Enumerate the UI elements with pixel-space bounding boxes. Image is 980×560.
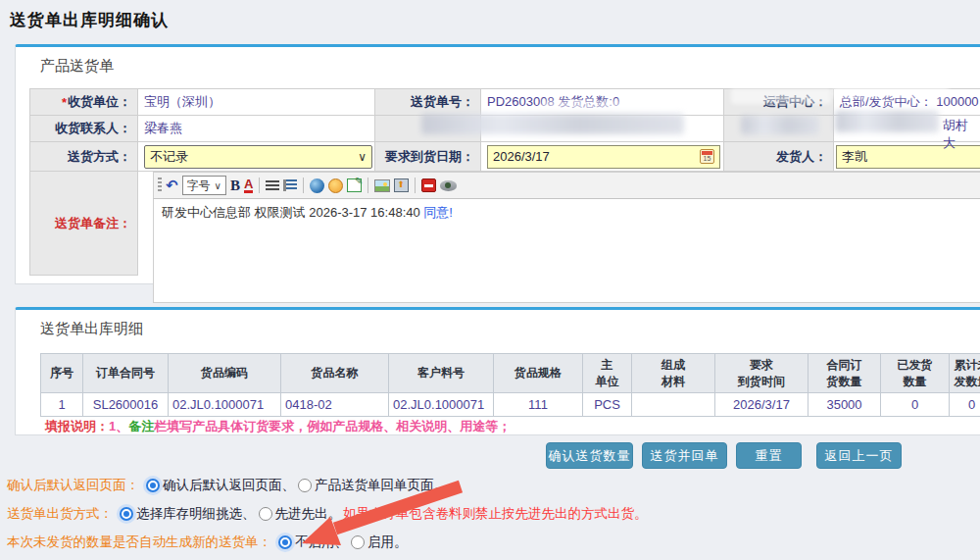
ship-method-select[interactable]: 不记录 ∨	[144, 145, 372, 169]
option-line-return-page: 确认后默认返回页面： 确认后默认返回页面、 产品送货单回单页面。	[7, 476, 447, 495]
receiver-label: * 收货单位：	[29, 88, 138, 116]
cell-material	[632, 393, 715, 417]
col-header: 要求 到货时间	[715, 354, 808, 393]
required-asterisk: *	[62, 95, 67, 110]
fill-instruction-note: 填报说明：1、备注栏填写产品具体订货要求，例如产品规格、相关说明、用途等；	[45, 418, 511, 435]
row2-value-blurred	[480, 115, 724, 142]
delivery-no-label: 送货单号：	[374, 88, 481, 116]
back-button[interactable]: 返回上一页	[816, 442, 902, 469]
preview-eye-icon[interactable]	[440, 180, 457, 191]
align-icon[interactable]	[266, 180, 279, 191]
toolbar-separator	[259, 178, 260, 193]
radio-label[interactable]: 不启用、	[295, 534, 348, 551]
cell-item-code: 02.JL0.1000071	[169, 393, 281, 417]
product-panel-header: 产品送货单	[40, 57, 114, 76]
font-size-select[interactable]: 字号	[182, 176, 226, 195]
bold-icon[interactable]	[230, 177, 240, 194]
toolbar-separator	[368, 178, 368, 193]
radio-fifo[interactable]	[259, 507, 272, 521]
detail-panel-header: 送货单出库明细	[40, 320, 143, 338]
cell-req-date: 2026/3/17	[715, 393, 808, 417]
globe-icon[interactable]	[310, 178, 324, 193]
delivery-no-value: PD2603008 发货总数:0	[480, 88, 724, 116]
edit-form-icon[interactable]	[347, 178, 362, 192]
remark-label: 送货单备注：	[29, 171, 138, 276]
contact-value: 梁春燕	[137, 115, 375, 142]
req-date-cell: 2026/3/17	[480, 141, 724, 172]
reset-button[interactable]: 重置	[736, 442, 802, 469]
op-center-label: 运营中心：	[723, 88, 834, 116]
insert-image-icon[interactable]	[374, 179, 390, 192]
radio-pick-inventory[interactable]	[120, 507, 133, 521]
option-label: 本次未发货的数量是否自动生成新的送货单：	[7, 534, 271, 551]
row2-label-blurred	[374, 115, 481, 142]
address-fragment: 胡村大	[943, 117, 980, 152]
radio-label[interactable]: 产品送货单回单页面。	[315, 477, 447, 494]
col-header: 货品编码	[169, 354, 281, 393]
col-header: 序号	[41, 354, 83, 393]
cell-spec: 111	[494, 393, 583, 417]
cell-customer-part-no: 02.JL0.1000071	[389, 393, 494, 417]
shipper-label: 发货人：	[723, 141, 834, 172]
col-header: 主 单位	[583, 354, 632, 393]
radio-label[interactable]: 确认后默认返回页面、	[163, 477, 295, 494]
chevron-down-icon: ∨	[358, 150, 367, 164]
remark-editor-body[interactable]: 研发中心信息部 权限测试 2026-3-17 16:48:40 同意!	[153, 199, 980, 303]
col-header: 组成 材料	[632, 354, 715, 393]
cell-seq: 1	[41, 393, 83, 417]
remark-agree-link[interactable]: 同意!	[423, 205, 453, 220]
fifo-warning-text: 如果本订单包含卷料则禁止按先进先出的方式出货。	[343, 505, 648, 523]
page-title: 送货单出库明细确认	[10, 9, 169, 31]
confirm-qty-button[interactable]: 确认送货数量	[546, 442, 633, 469]
col-header: 订单合同号	[83, 354, 169, 393]
remark-text: 研发中心信息部 权限测试 2026-3-17 16:48:40	[162, 205, 423, 220]
col-header: 合同订 货数量	[808, 354, 881, 393]
col-header: 累计未 发数量	[950, 354, 980, 393]
undo-icon[interactable]	[166, 177, 178, 194]
page: 送货单出库明细确认 产品送货单 * 收货单位： 宝明（深圳） 送货单号： PD2…	[0, 0, 980, 560]
ship-method-label: 送货方式：	[29, 141, 138, 172]
paste-word-icon[interactable]	[421, 178, 436, 192]
radio-label[interactable]: 先进先出。	[275, 505, 342, 523]
receiver-value: 宝明（深圳）	[137, 88, 375, 116]
option-line-auto-generate: 本次未发货的数量是否自动生成新的送货单： 不启用、 启用。	[7, 533, 408, 552]
outbound-detail-table: 序号 订单合同号 货品编码 货品名称 客户料号 货品规格 主 单位 组成 材料 …	[40, 353, 980, 417]
radio-enable[interactable]	[351, 535, 365, 549]
radio-return-default[interactable]	[146, 479, 160, 492]
req-date-input[interactable]: 2026/3/17	[487, 145, 720, 169]
drag-handle-icon	[158, 178, 162, 193]
cell-unit: PCS	[583, 393, 632, 417]
ship-and-receipt-button[interactable]: 送货并回单	[642, 442, 727, 469]
calendar-icon[interactable]	[700, 149, 714, 164]
toolbar-separator	[303, 178, 304, 193]
toolbar-separator	[415, 178, 416, 193]
table-header-row: 序号 订单合同号 货品编码 货品名称 客户料号 货品规格 主 单位 组成 材料 …	[41, 354, 980, 393]
option-label: 送货单出货方式：	[7, 505, 113, 523]
cell-shipped-qty: 0	[881, 393, 950, 417]
ship-method-cell: 不记录 ∨	[137, 141, 375, 172]
cell-unshipped-qty: 0	[950, 393, 980, 417]
font-color-icon[interactable]	[244, 178, 253, 193]
save-disk-icon[interactable]	[394, 178, 409, 192]
emoticon-icon[interactable]	[328, 178, 343, 193]
col-header: 货品名称	[281, 354, 389, 393]
cell-contract-qty: 35000	[808, 393, 881, 417]
contact-label: 收货联系人：	[29, 115, 138, 142]
op-center-value: 总部/发货中心： 100000	[833, 88, 980, 116]
product-delivery-panel: 产品送货单 * 收货单位： 宝明（深圳） 送货单号： PD2603008 发货总…	[15, 44, 980, 284]
radio-label[interactable]: 启用。	[368, 534, 408, 551]
col-header: 已发货 数量	[881, 354, 950, 393]
radio-return-receipt-page[interactable]	[298, 479, 312, 492]
radio-label[interactable]: 选择库存明细挑选、	[136, 505, 256, 523]
option-label: 确认后默认返回页面：	[7, 477, 139, 494]
option-line-ship-mode: 送货单出货方式： 选择库存明细挑选、 先进先出。 如果本订单包含卷料则禁止按先进…	[7, 504, 648, 524]
rich-editor-toolbar: 字号	[153, 172, 980, 199]
radio-disable[interactable]	[278, 535, 292, 549]
table-row: 1 SL2600016 02.JL0.1000071 0418-02 02.JL…	[41, 393, 980, 417]
col-header: 货品规格	[494, 354, 583, 393]
ordered-list-icon[interactable]	[283, 179, 297, 191]
req-date-label: 要求到货日期：	[374, 141, 481, 172]
cell-contract-no: SL2600016	[83, 393, 169, 417]
row2-label2-blurred	[723, 115, 834, 142]
cell-item-name: 0418-02	[281, 393, 389, 417]
